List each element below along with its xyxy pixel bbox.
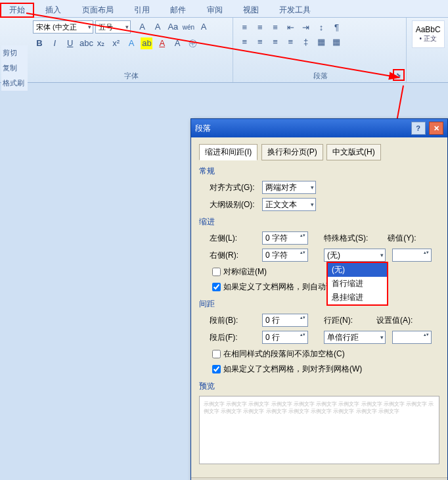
- char-shading-icon[interactable]: A: [171, 37, 183, 49]
- at-label: 设置值(A):: [376, 315, 413, 326]
- numbering-icon[interactable]: ≡: [254, 22, 266, 34]
- svg-line-1: [374, 85, 403, 118]
- option-none[interactable]: (无): [328, 263, 387, 277]
- phonetic-icon[interactable]: wén: [183, 22, 194, 34]
- outline-combo[interactable]: 正文文本: [262, 198, 316, 211]
- alignment-combo[interactable]: 两端对齐: [262, 181, 316, 194]
- italic-icon[interactable]: I: [49, 37, 60, 49]
- ribbon-tabs: 开始 插入 页面布局 引用 邮件 审阅 视图 开发工具: [0, 0, 448, 18]
- auto-adjust-label: 如果定义了文档网格，则自动调: [223, 282, 334, 291]
- tab-line-page-breaks[interactable]: 换行和分页(P): [261, 144, 323, 160]
- styles-group: AaBbC • 正文: [409, 18, 447, 82]
- clipboard-group: 剪切 复制 格式刷: [1, 45, 28, 91]
- dialog-tabs: 缩进和间距(I) 换行和分页(P) 中文版式(H): [199, 144, 439, 160]
- before-spin[interactable]: 0 行: [262, 314, 308, 327]
- alignment-label: 对齐方式(G):: [210, 182, 262, 193]
- tab-mail[interactable]: 邮件: [161, 3, 195, 18]
- special-combo[interactable]: (无): [324, 249, 386, 262]
- section-spacing: 间距: [199, 299, 439, 310]
- tab-review[interactable]: 审阅: [198, 3, 232, 18]
- superscript-icon[interactable]: x²: [110, 37, 122, 49]
- subscript-icon[interactable]: x₂: [95, 37, 106, 49]
- tab-ref[interactable]: 引用: [125, 3, 159, 18]
- left-indent-spin[interactable]: 0 字符: [262, 231, 308, 245]
- font-name-combo[interactable]: 宋体 (中文正: [33, 20, 93, 34]
- paragraph-launcher[interactable]: ⬊: [393, 69, 405, 81]
- paragraph-dialog: 段落 ? ✕ 缩进和间距(I) 换行和分页(P) 中文版式(H) 常规 对齐方式…: [190, 118, 448, 480]
- dialog-title: 段落: [195, 123, 211, 134]
- increase-indent-icon[interactable]: ⇥: [300, 22, 312, 34]
- sort-icon[interactable]: ↕: [315, 22, 327, 34]
- tab-layout[interactable]: 页面布局: [73, 3, 123, 18]
- before-label: 段前(B):: [210, 315, 262, 326]
- cut-button[interactable]: 剪切: [1, 45, 28, 60]
- borders-icon[interactable]: ▦: [330, 36, 342, 48]
- enclose-icon[interactable]: ㊥: [187, 37, 198, 49]
- section-preview: 预览: [199, 381, 439, 392]
- copy-button[interactable]: 复制: [1, 60, 28, 76]
- grow-font-icon[interactable]: A: [137, 21, 148, 33]
- option-hanging[interactable]: 悬挂缩进: [328, 291, 387, 304]
- tab-asian-typography[interactable]: 中文版式(H): [326, 144, 381, 160]
- tab-dev[interactable]: 开发工具: [270, 3, 320, 18]
- tab-insert[interactable]: 插入: [36, 3, 70, 18]
- multilevel-icon[interactable]: ≡: [269, 22, 281, 34]
- at-spin[interactable]: [392, 331, 432, 344]
- paragraph-group: ≡ ≡ ≡ ⇤ ⇥ ↕ ¶ ≡ ≡ ≡ ≡ ‡ ▦ ▦ 段落 ⬊: [235, 18, 407, 82]
- after-spin[interactable]: 0 行: [262, 331, 308, 344]
- bold-icon[interactable]: B: [34, 37, 45, 49]
- font-group: 宋体 (中文正 五号 A A Aa wén A B I U abc x₂ x² …: [30, 18, 233, 82]
- align-left-icon[interactable]: ≡: [238, 36, 250, 48]
- right-indent-spin[interactable]: 0 字符: [262, 249, 308, 262]
- font-group-label: 字体: [30, 71, 233, 81]
- tab-indent-spacing[interactable]: 缩进和间距(I): [199, 144, 258, 160]
- snap-grid-label: 如果定义了文档网格，则对齐到网格(W): [223, 364, 362, 373]
- no-space-same-style-label: 在相同样式的段落间不添加空格(C): [223, 349, 345, 358]
- left-indent-label: 左侧(L):: [210, 233, 262, 244]
- underline-icon[interactable]: U: [64, 37, 76, 49]
- special-label: 特殊格式(S):: [324, 233, 368, 244]
- tab-start[interactable]: 开始: [0, 3, 34, 18]
- text-effect-icon[interactable]: A: [125, 37, 137, 49]
- special-dropdown[interactable]: (无) 首行缩进 悬挂缩进: [326, 262, 388, 306]
- change-case-icon[interactable]: Aa: [167, 21, 179, 33]
- show-marks-icon[interactable]: ¶: [330, 22, 342, 34]
- by-label: 磅值(Y):: [388, 233, 416, 244]
- no-space-same-style-check[interactable]: [212, 350, 221, 358]
- decrease-indent-icon[interactable]: ⇤: [284, 22, 296, 34]
- mirror-indent-label: 对称缩进(M): [223, 267, 267, 276]
- section-general: 常规: [199, 166, 439, 177]
- right-indent-label: 右侧(R):: [210, 250, 262, 261]
- shading-icon[interactable]: ▦: [315, 36, 327, 48]
- format-painter[interactable]: 格式刷: [1, 76, 28, 91]
- line-spacing-combo[interactable]: 单倍行距: [324, 331, 386, 344]
- option-first-line[interactable]: 首行缩进: [328, 277, 387, 291]
- highlight-icon[interactable]: ab: [141, 37, 152, 49]
- style-name: • 正文: [414, 34, 443, 43]
- auto-adjust-check[interactable]: [212, 283, 221, 291]
- font-color-icon[interactable]: A: [156, 37, 168, 49]
- by-spin[interactable]: [392, 249, 432, 262]
- line-spacing-label: 行距(N):: [324, 315, 353, 326]
- style-sample[interactable]: AaBbC: [414, 25, 443, 34]
- shrink-font-icon[interactable]: A: [152, 21, 164, 33]
- strike-icon[interactable]: abc: [79, 37, 91, 49]
- section-indent: 缩进: [199, 216, 439, 228]
- close-icon[interactable]: ✕: [429, 122, 443, 135]
- align-right-icon[interactable]: ≡: [269, 36, 281, 48]
- mirror-indent-check[interactable]: [212, 268, 221, 276]
- char-border-icon[interactable]: A: [198, 21, 210, 33]
- align-center-icon[interactable]: ≡: [254, 36, 266, 48]
- font-size-combo[interactable]: 五号: [95, 20, 131, 34]
- preview-box: 示例文字 示例文字 示例文字 示例文字 示例文字 示例文字 示例文字 示例文字 …: [199, 396, 439, 464]
- tab-view[interactable]: 视图: [234, 3, 268, 18]
- justify-icon[interactable]: ≡: [284, 36, 296, 48]
- line-spacing-icon[interactable]: ‡: [300, 36, 312, 48]
- snap-grid-check[interactable]: [212, 365, 221, 373]
- after-label: 段后(F):: [210, 332, 262, 343]
- help-icon[interactable]: ?: [411, 122, 426, 135]
- bullets-icon[interactable]: ≡: [238, 22, 250, 34]
- paragraph-group-label: 段落: [235, 71, 406, 81]
- dialog-titlebar[interactable]: 段落 ? ✕: [191, 119, 447, 137]
- outline-label: 大纲级别(O):: [210, 199, 262, 210]
